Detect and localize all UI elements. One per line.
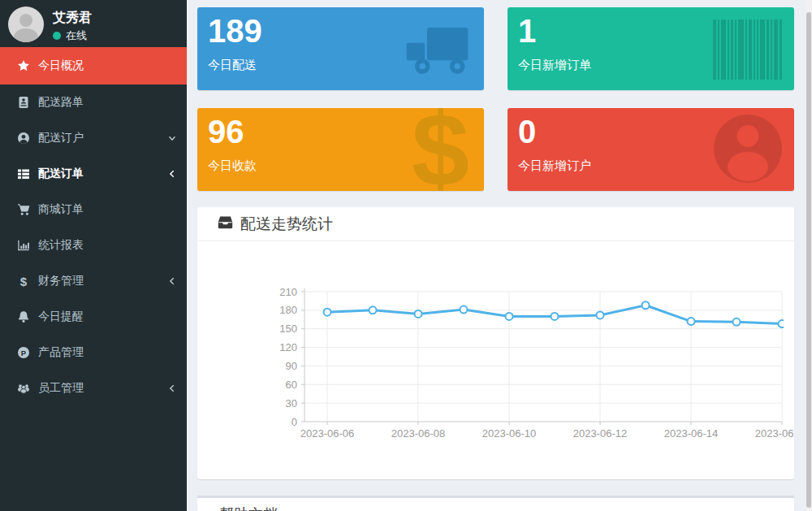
stat-label: 今日新增订户 bbox=[518, 158, 591, 174]
stat-value: 0 bbox=[518, 115, 536, 149]
svg-text:P: P bbox=[21, 349, 27, 357]
sidebar-item-label: 产品管理 bbox=[38, 345, 84, 360]
stat-card-0[interactable]: 189今日配送 bbox=[197, 7, 484, 90]
status-label: 在线 bbox=[66, 28, 87, 43]
sidebar-item-label: 商城订单 bbox=[38, 202, 84, 217]
help-panel: 帮助文档 bbox=[197, 496, 794, 511]
stat-card-1[interactable]: 1今日新增订单 bbox=[508, 7, 794, 90]
chevron-down-icon bbox=[167, 133, 177, 143]
inbox-icon bbox=[218, 215, 233, 232]
avatar[interactable] bbox=[8, 6, 44, 42]
star-icon bbox=[16, 59, 31, 72]
finance-dollar-icon: $ bbox=[16, 275, 31, 288]
sidebar: 艾秀君 在线 今日概况配送路单配送订户配送订单商城订单统计报表$财务管理今日提醒… bbox=[0, 0, 187, 511]
user-panel: 艾秀君 在线 bbox=[0, 0, 187, 47]
stat-value: 189 bbox=[208, 14, 262, 48]
sidebar-item-label: 员工管理 bbox=[38, 381, 84, 396]
product-icon: P bbox=[16, 346, 31, 359]
stat-card-2[interactable]: 96今日收款$ bbox=[197, 108, 484, 191]
report-chart-icon bbox=[16, 239, 31, 252]
trend-panel-title: 配送走势统计 bbox=[240, 214, 333, 235]
user-name: 艾秀君 bbox=[53, 10, 92, 27]
dollar-icon: $ bbox=[412, 110, 469, 188]
dashboard-page: { "sidebar": { "user": { "name": "艾秀君", … bbox=[0, 0, 812, 511]
svg-text:2023-06-12: 2023-06-12 bbox=[573, 427, 628, 440]
help-panel-title: 帮助文档 bbox=[197, 498, 794, 511]
sidebar-item-label: 财务管理 bbox=[38, 274, 84, 288]
stat-value: 1 bbox=[518, 14, 536, 48]
svg-text:2023-06-16: 2023-06-16 bbox=[755, 427, 794, 440]
svg-text:120: 120 bbox=[279, 341, 297, 353]
sidebar-menu: 今日概况配送路单配送订户配送订单商城订单统计报表$财务管理今日提醒P产品管理员工… bbox=[0, 47, 187, 406]
sidebar-item-4[interactable]: 商城订单 bbox=[0, 192, 187, 227]
svg-text:2023-06-06: 2023-06-06 bbox=[300, 427, 355, 440]
barcode-icon bbox=[713, 19, 782, 83]
user-status: 在线 bbox=[53, 28, 87, 43]
scrollbar-thumb[interactable] bbox=[806, 12, 811, 508]
sidebar-item-label: 统计报表 bbox=[38, 238, 84, 253]
route-list-icon bbox=[16, 96, 31, 109]
trend-chart: 03060901201501802102023-06-062023-06-082… bbox=[197, 245, 794, 443]
stat-value: 96 bbox=[208, 115, 244, 149]
sidebar-item-label: 配送路单 bbox=[38, 95, 84, 110]
chevron-left-icon bbox=[167, 169, 177, 179]
stat-label: 今日配送 bbox=[208, 58, 257, 73]
main-content: 189今日配送1今日新增订单96今日收款$0今日新增订户 配送走势统计 0306… bbox=[187, 0, 812, 511]
avatar-person-icon bbox=[19, 14, 32, 27]
sidebar-item-7[interactable]: 今日提醒 bbox=[0, 299, 187, 335]
subscriber-icon bbox=[16, 132, 31, 145]
online-status-icon bbox=[53, 32, 61, 40]
svg-text:30: 30 bbox=[286, 397, 297, 409]
sidebar-item-5[interactable]: 统计报表 bbox=[0, 227, 187, 263]
stat-label: 今日收款 bbox=[208, 158, 257, 174]
svg-text:2023-06-08: 2023-06-08 bbox=[391, 427, 446, 440]
trend-panel: 配送走势统计 03060901201501802102023-06-062023… bbox=[197, 207, 794, 479]
svg-text:60: 60 bbox=[286, 379, 297, 391]
user-icon bbox=[714, 115, 782, 183]
order-list-icon bbox=[16, 167, 31, 180]
sidebar-item-9[interactable]: 员工管理 bbox=[0, 370, 187, 406]
svg-text:210: 210 bbox=[279, 286, 297, 298]
svg-text:0: 0 bbox=[292, 416, 297, 428]
sidebar-item-label: 今日概况 bbox=[38, 58, 84, 73]
svg-text:150: 150 bbox=[279, 323, 297, 335]
sidebar-item-6[interactable]: $财务管理 bbox=[0, 263, 187, 299]
sidebar-item-0[interactable]: 今日概况 bbox=[0, 47, 187, 84]
sidebar-item-label: 配送订单 bbox=[38, 167, 84, 181]
svg-text:2023-06-10: 2023-06-10 bbox=[482, 427, 537, 440]
sidebar-item-1[interactable]: 配送路单 bbox=[0, 84, 187, 120]
chevron-left-icon bbox=[167, 276, 177, 286]
stat-label: 今日新增订单 bbox=[518, 58, 591, 73]
stat-card-3[interactable]: 0今日新增订户 bbox=[508, 108, 794, 191]
sidebar-item-8[interactable]: P产品管理 bbox=[0, 335, 187, 370]
sidebar-item-label: 今日提醒 bbox=[38, 310, 84, 324]
sidebar-item-2[interactable]: 配送订户 bbox=[0, 120, 187, 156]
sidebar-item-3[interactable]: 配送订单 bbox=[0, 156, 187, 192]
page-scrollbar[interactable] bbox=[806, 0, 812, 511]
chevron-left-icon bbox=[167, 383, 177, 393]
svg-text:180: 180 bbox=[279, 304, 297, 316]
svg-text:90: 90 bbox=[286, 360, 297, 372]
sidebar-item-label: 配送订户 bbox=[38, 131, 84, 145]
cart-icon bbox=[16, 203, 31, 216]
bell-icon bbox=[16, 310, 31, 323]
trend-panel-header: 配送走势统计 bbox=[197, 207, 794, 241]
staff-users-icon bbox=[16, 382, 31, 395]
svg-text:2023-06-14: 2023-06-14 bbox=[664, 427, 719, 440]
truck-icon bbox=[403, 23, 471, 81]
